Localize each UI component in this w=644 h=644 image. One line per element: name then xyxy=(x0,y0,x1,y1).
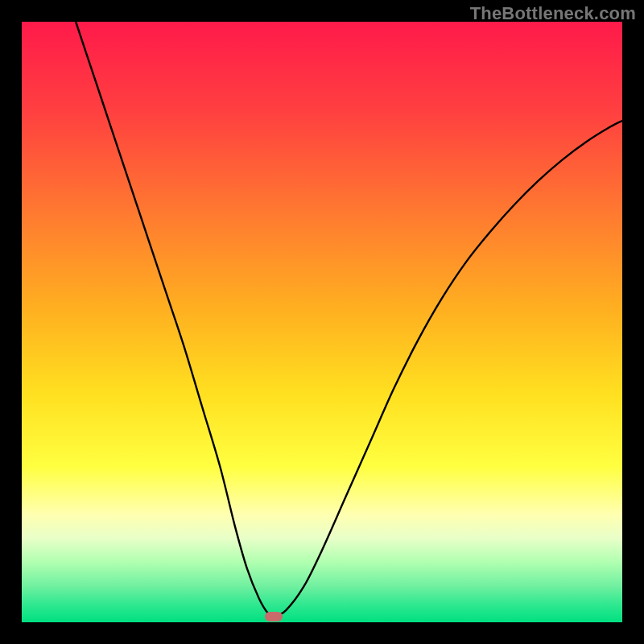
optimum-marker xyxy=(265,612,283,621)
watermark-text: TheBottleneck.com xyxy=(470,3,636,24)
bottleneck-curve xyxy=(76,22,622,617)
outer-frame: TheBottleneck.com xyxy=(0,0,644,644)
curve-layer xyxy=(22,22,622,622)
